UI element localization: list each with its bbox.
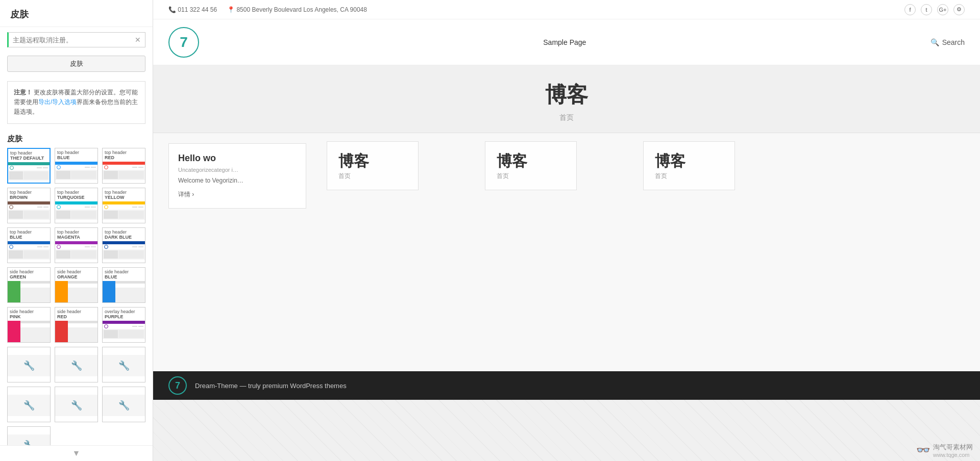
skin-card-purple[interactable]: overlay headerPURPLE	[102, 307, 145, 343]
float-card-1-sub: 首页	[338, 172, 407, 181]
search-bar: ✕	[7, 32, 145, 47]
skin-label: top headerMAGENTA	[55, 228, 97, 242]
skin-preview	[103, 281, 145, 302]
main-content: 011 322 44 56 8500 Beverly Boulevard Los…	[153, 0, 980, 461]
nav-links: Sample Page	[543, 38, 586, 46]
settings-icon[interactable]: ⚙	[953, 4, 965, 15]
skin-label	[55, 347, 97, 355]
search-icon: 🔍	[930, 38, 939, 46]
skin-card-orange[interactable]: side headerORANGE	[55, 267, 98, 303]
search-input[interactable]	[13, 36, 135, 44]
skin-card-darkblue[interactable]: top headerDARK BLUE	[102, 227, 145, 263]
clear-icon[interactable]: ✕	[135, 36, 141, 44]
skin-button[interactable]: 皮肤	[7, 56, 145, 72]
nav-item-sample-page[interactable]: Sample Page	[543, 38, 586, 46]
skin-label: side headerORANGE	[55, 268, 97, 281]
skin-preview	[103, 201, 145, 220]
skin-preview	[103, 162, 145, 180]
skin-preview	[8, 162, 50, 181]
skin-preview	[8, 321, 50, 342]
skin-label: top headerBLUE	[8, 228, 50, 242]
skin-preview: 🔧	[8, 434, 50, 445]
float-card-1-title: 博客	[338, 151, 407, 172]
post-title: Hello wo	[178, 153, 297, 164]
skin-card-pink[interactable]: side headerPINK	[7, 307, 51, 343]
nav-bar: 7 Sample Page 🔍 Search	[153, 19, 980, 65]
hero-subtitle: 首页	[153, 113, 980, 122]
skin-card-brown[interactable]: top headerBROWN	[7, 188, 51, 223]
content-area: Hello wo Uncategorizecategor i… Welcome …	[153, 133, 980, 371]
skin-card-blue2[interactable]: top headerBLUE	[7, 227, 51, 263]
skin-card-blue3[interactable]: side headerBLUE	[102, 267, 145, 303]
skin-card-red[interactable]: top headerRED	[102, 148, 145, 184]
skin-preview: 🔧	[8, 355, 50, 376]
skin-preview	[103, 321, 145, 339]
top-bar-right: f t G+ ⚙	[904, 4, 965, 15]
float-card-2-sub: 首页	[497, 172, 565, 181]
skin-label	[8, 427, 50, 435]
googleplus-icon[interactable]: G+	[937, 4, 948, 15]
skin-label: top headerYELLOW	[103, 188, 145, 202]
watermark-logo: 👓 淘气哥素材网 www.tqge.com	[916, 443, 973, 458]
footer: 7 Dream-Theme — truly premium WordPress …	[153, 371, 980, 400]
pattern-area: 👓 淘气哥素材网 www.tqge.com	[153, 400, 980, 461]
skin-card-w6[interactable]: 🔧	[102, 387, 145, 422]
watermark: 👓 淘气哥素材网 www.tqge.com	[916, 443, 973, 458]
skin-label	[103, 387, 145, 395]
top-bar-left: 011 322 44 56 8500 Beverly Boulevard Los…	[168, 6, 367, 13]
skin-preview: 🔧	[103, 395, 145, 416]
top-bar: 011 322 44 56 8500 Beverly Boulevard Los…	[153, 0, 980, 19]
skin-card-w5[interactable]: 🔧	[55, 387, 98, 422]
skin-card-red2[interactable]: side headerRED	[55, 307, 98, 343]
skin-label: top headerTURQUOISE	[55, 188, 97, 202]
phone-number: 011 322 44 56	[168, 6, 217, 13]
skin-preview	[55, 281, 97, 302]
skin-preview: 🔧	[8, 395, 50, 416]
skin-label: overlay headerPURPLE	[103, 308, 145, 321]
skin-card-blue[interactable]: top headerBLUE	[55, 148, 98, 184]
read-more-link[interactable]: 详情	[178, 190, 297, 199]
notice-link[interactable]: 导出/导入选项	[38, 98, 77, 106]
skin-card-default[interactable]: top headerTHE7 DEFAULT	[7, 148, 51, 184]
skin-card-w4[interactable]: 🔧	[7, 387, 51, 422]
search-label: Search	[942, 38, 965, 46]
skin-label: top headerTHE7 DEFAULT	[8, 149, 50, 163]
skin-card-w2[interactable]: 🔧	[55, 347, 98, 382]
skin-label	[8, 347, 50, 355]
skin-card-turquoise[interactable]: top headerTURQUOISE	[55, 188, 98, 223]
skin-label: top headerRED	[103, 148, 145, 162]
skin-label: side headerGREEN	[8, 268, 50, 281]
facebook-icon[interactable]: f	[904, 4, 916, 15]
sidebar: 皮肤 ✕ 皮肤 注意！ 更改皮肤将覆盖大部分的设置。您可能需要使用导出/导入选项…	[0, 0, 153, 461]
notice-text: 更改皮肤将覆盖大部分的设置。您可能需要使用导出/导入选项界面来备份您当前的主题选…	[14, 89, 138, 115]
notice-title: 注意！	[14, 89, 32, 96]
skin-card-magenta[interactable]: top headerMAGENTA	[55, 227, 98, 263]
skin-label: side headerPINK	[8, 308, 50, 321]
skin-card-yellow[interactable]: top headerYELLOW	[102, 188, 145, 223]
skin-card-w1[interactable]: 🔧	[7, 347, 51, 382]
skins-grid: top headerTHE7 DEFAULT	[0, 148, 153, 445]
watermark-sub: www.tqge.com	[933, 452, 973, 458]
skin-preview: 🔧	[103, 355, 145, 376]
sidebar-title: 皮肤	[0, 0, 153, 27]
post-excerpt: Welcome to Vegorizin…	[178, 176, 297, 185]
hero-title: 博客	[153, 81, 980, 109]
skin-card-w3[interactable]: 🔧	[102, 347, 145, 382]
hero-section: 博客 首页	[153, 65, 980, 133]
skin-label	[103, 347, 145, 355]
skin-card-green[interactable]: side headerGREEN	[7, 267, 51, 303]
skin-label: top headerBLUE	[55, 148, 97, 162]
skin-preview	[55, 201, 97, 220]
notice-box: 注意！ 更改皮肤将覆盖大部分的设置。您可能需要使用导出/导入选项界面来备份您当前…	[7, 81, 145, 124]
skin-preview	[8, 201, 50, 220]
skin-preview	[55, 162, 97, 180]
site-logo[interactable]: 7	[168, 27, 199, 58]
twitter-icon[interactable]: t	[921, 4, 932, 15]
skin-label: top headerBROWN	[8, 188, 50, 202]
scroll-down-arrow[interactable]: ▼	[0, 445, 153, 461]
skin-card-w7[interactable]: 🔧	[7, 426, 51, 445]
skin-preview	[55, 241, 97, 260]
search-nav[interactable]: 🔍 Search	[930, 38, 965, 46]
footer-text: Dream-Theme — truly premium WordPress th…	[195, 382, 347, 390]
section-label: 皮肤	[0, 131, 153, 148]
